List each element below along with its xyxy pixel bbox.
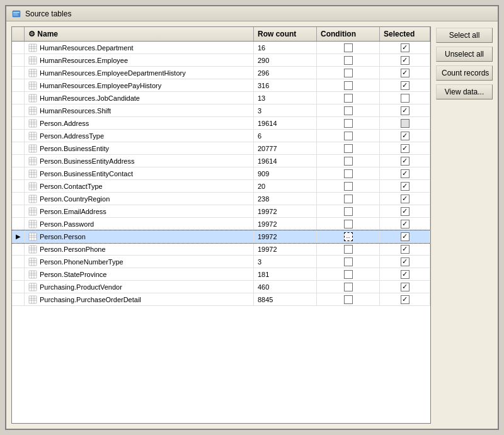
- row-arrow: [12, 193, 25, 205]
- window-title: Source tables: [25, 9, 71, 18]
- row-condition[interactable]: [317, 180, 380, 192]
- row-selected[interactable]: [380, 130, 430, 142]
- unselect-all-button[interactable]: Unselect all: [436, 47, 493, 62]
- row-selected[interactable]: [380, 54, 430, 66]
- row-selected[interactable]: [380, 193, 430, 205]
- row-selected[interactable]: [380, 256, 430, 268]
- table-row[interactable]: Person.CountryRegion238: [12, 193, 430, 205]
- row-condition[interactable]: [317, 92, 380, 104]
- row-condition[interactable]: [317, 130, 380, 142]
- table-row[interactable]: Person.BusinessEntityAddress19614: [12, 155, 430, 167]
- table-row[interactable]: Person.AddressType6: [12, 130, 430, 142]
- row-selected[interactable]: [380, 67, 430, 79]
- table-row[interactable]: HumanResources.Shift3: [12, 105, 430, 117]
- table-row[interactable]: ▶ Person.Person19972: [12, 230, 430, 243]
- row-condition[interactable]: [317, 105, 380, 116]
- row-arrow: [12, 54, 25, 66]
- row-condition[interactable]: [317, 218, 380, 230]
- header-selected: Selected: [380, 27, 430, 41]
- row-selected[interactable]: [380, 281, 430, 293]
- row-selected[interactable]: [380, 205, 430, 217]
- row-condition[interactable]: [317, 142, 380, 154]
- table-row[interactable]: Person.Address19614: [12, 117, 430, 130]
- row-condition[interactable]: [317, 193, 380, 205]
- row-condition[interactable]: [317, 67, 380, 79]
- row-selected[interactable]: [380, 79, 430, 91]
- row-arrow: [12, 243, 25, 255]
- data-table[interactable]: ⚙ Name Row count Condition Selected Huma…: [11, 26, 431, 424]
- row-condition[interactable]: [317, 42, 380, 54]
- row-selected[interactable]: [380, 167, 430, 179]
- row-condition[interactable]: [317, 293, 380, 305]
- table-row[interactable]: HumanResources.Employee290: [12, 54, 430, 67]
- row-selected[interactable]: [380, 230, 430, 242]
- row-arrow: [12, 155, 25, 167]
- table-icon: [28, 232, 37, 241]
- view-data-button[interactable]: View data...: [436, 84, 493, 99]
- row-condition[interactable]: [317, 117, 380, 129]
- row-condition[interactable]: [317, 79, 380, 91]
- row-condition[interactable]: [317, 256, 380, 268]
- row-selected[interactable]: [380, 268, 430, 280]
- count-records-button[interactable]: Count records: [436, 65, 493, 81]
- row-arrow: [12, 117, 25, 129]
- row-condition[interactable]: [317, 167, 380, 179]
- row-count: 6: [254, 130, 317, 142]
- table-row[interactable]: HumanResources.Department16: [12, 42, 430, 54]
- row-selected[interactable]: [380, 42, 430, 54]
- table-row[interactable]: Person.EmailAddress19972: [12, 205, 430, 218]
- row-arrow: [12, 180, 25, 192]
- row-selected[interactable]: [380, 92, 430, 104]
- svg-rect-39: [29, 132, 37, 140]
- row-selected[interactable]: [380, 243, 430, 255]
- table-icon: [28, 182, 37, 191]
- table-row[interactable]: Person.PhoneNumberType3: [12, 256, 430, 268]
- table-icon: [28, 295, 37, 304]
- row-selected[interactable]: [380, 180, 430, 192]
- row-count: 20777: [254, 142, 317, 154]
- table-icon: [28, 195, 37, 203]
- row-condition[interactable]: [317, 155, 380, 167]
- row-selected[interactable]: [380, 105, 430, 116]
- table-row[interactable]: Person.Password19972: [12, 218, 430, 230]
- row-condition[interactable]: [317, 230, 380, 242]
- table-body[interactable]: HumanResources.Department16 HumanResourc…: [12, 42, 430, 423]
- table-row[interactable]: HumanResources.JobCandidate13: [12, 92, 430, 105]
- svg-rect-2: [13, 13, 18, 14]
- table-icon: [28, 207, 37, 216]
- row-selected[interactable]: [380, 218, 430, 230]
- row-arrow: [12, 105, 25, 116]
- row-arrow: ▶: [12, 230, 25, 242]
- row-name: Person.BusinessEntityContact: [25, 167, 254, 179]
- row-count: 296: [254, 67, 317, 79]
- row-condition[interactable]: [317, 268, 380, 280]
- table-row[interactable]: Person.PersonPhone19972: [12, 243, 430, 256]
- row-condition[interactable]: [317, 243, 380, 255]
- svg-rect-84: [29, 246, 37, 253]
- row-condition[interactable]: [317, 54, 380, 66]
- row-count: 19614: [254, 117, 317, 129]
- table-row[interactable]: Person.BusinessEntityContact909: [12, 167, 430, 180]
- table-icon: [28, 220, 37, 229]
- row-name: Person.Password: [25, 218, 254, 230]
- table-icon: [28, 270, 37, 279]
- row-selected[interactable]: [380, 155, 430, 167]
- table-row[interactable]: Purchasing.ProductVendor460: [12, 281, 430, 293]
- row-selected[interactable]: [380, 142, 430, 154]
- table-row[interactable]: Person.BusinessEntity20777: [12, 142, 430, 155]
- table-row[interactable]: Person.StateProvince181: [12, 268, 430, 281]
- name-icon: ⚙: [28, 30, 37, 38]
- table-header: ⚙ Name Row count Condition Selected: [12, 27, 430, 42]
- svg-rect-14: [29, 69, 37, 77]
- row-selected[interactable]: [380, 293, 430, 305]
- table-row[interactable]: Purchasing.PurchaseOrderDetail8845: [12, 293, 430, 306]
- table-row[interactable]: Person.ContactType20: [12, 180, 430, 193]
- row-name: Person.StateProvince: [25, 268, 254, 280]
- row-arrow: [12, 79, 25, 91]
- table-row[interactable]: HumanResources.EmployeeDepartmentHistory…: [12, 67, 430, 79]
- row-selected[interactable]: [380, 117, 430, 129]
- row-condition[interactable]: [317, 205, 380, 217]
- row-condition[interactable]: [317, 281, 380, 293]
- table-row[interactable]: HumanResources.EmployeePayHistory316: [12, 79, 430, 92]
- select-all-button[interactable]: Select all: [436, 28, 493, 43]
